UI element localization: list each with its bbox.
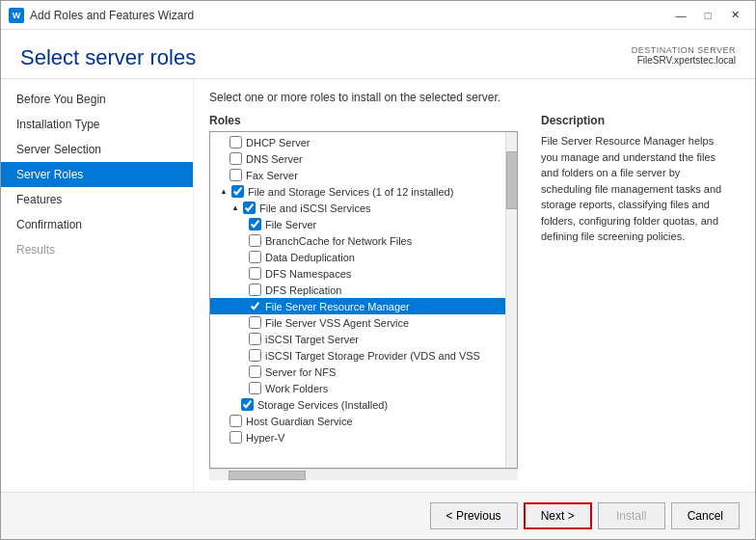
role-file-vss[interactable]: File Server VSS Agent Service xyxy=(210,314,517,331)
footer: < Previous Next > Install Cancel xyxy=(1,492,755,539)
close-button[interactable]: ✕ xyxy=(722,6,747,25)
role-dfs-replication-label: DFS Replication xyxy=(265,284,341,296)
main-content: Select one or more roles to install on t… xyxy=(194,79,755,492)
checkbox-branchcache[interactable] xyxy=(249,234,261,247)
role-work-folders[interactable]: Work Folders xyxy=(210,380,517,396)
role-file-storage[interactable]: ▲ File and Storage Services (1 of 12 ins… xyxy=(210,183,517,200)
roles-header: Roles xyxy=(209,114,518,127)
instruction-text: Select one or more roles to install on t… xyxy=(209,91,740,104)
role-work-folders-label: Work Folders xyxy=(265,383,328,394)
expand-file-storage-icon: ▲ xyxy=(218,186,230,198)
role-file-iscsi-label: File and iSCSI Services xyxy=(259,202,371,214)
sidebar-item-features[interactable]: Features xyxy=(1,187,193,212)
install-button[interactable]: Install xyxy=(598,502,665,529)
role-file-storage-label: File and Storage Services (1 of 12 insta… xyxy=(248,186,453,198)
roles-list-container[interactable]: DHCP Server DNS Server xyxy=(209,131,518,469)
role-hyper-v-label: Hyper-V xyxy=(246,432,284,444)
roles-panel: Roles DHCP Server xyxy=(209,114,740,480)
window-controls: — □ ✕ xyxy=(668,6,747,25)
role-dfs-namespaces[interactable]: DFS Namespaces xyxy=(210,265,517,282)
next-button[interactable]: Next > xyxy=(524,502,592,529)
description-panel: Description File Server Resource Manager… xyxy=(533,114,740,480)
role-file-server-label: File Server xyxy=(265,219,316,230)
role-branchcache[interactable]: BranchCache for Network Files xyxy=(210,232,517,249)
role-hyper-v[interactable]: Hyper-V xyxy=(210,429,517,446)
checkbox-dfs-replication[interactable] xyxy=(249,284,261,296)
content-area: Select server roles DESTINATION SERVER F… xyxy=(1,30,755,539)
role-iscsi-target-label: iSCSI Target Server xyxy=(265,334,359,345)
checkbox-iscsi-target[interactable] xyxy=(249,333,261,345)
sidebar-item-installation-type[interactable]: Installation Type xyxy=(1,112,193,137)
sidebar-item-server-selection[interactable]: Server Selection xyxy=(1,137,193,162)
app-icon: W xyxy=(9,8,24,23)
description-text: File Server Resource Manager helps you m… xyxy=(541,133,732,245)
roles-left: Roles DHCP Server xyxy=(209,114,518,480)
checkbox-iscsi-provider[interactable] xyxy=(249,349,261,362)
main-area: Before You Begin Installation Type Serve… xyxy=(1,79,755,492)
role-fax[interactable]: Fax Server xyxy=(210,167,517,183)
checkbox-storage-services[interactable] xyxy=(241,398,254,411)
main-window: W Add Roles and Features Wizard — □ ✕ Se… xyxy=(0,0,756,540)
role-dfs-replication[interactable]: DFS Replication xyxy=(210,282,517,298)
role-dhcp-label: DHCP Server xyxy=(246,137,310,148)
h-scrollbar-thumb[interactable] xyxy=(229,471,306,480)
checkbox-dhcp[interactable] xyxy=(230,136,242,148)
role-branchcache-label: BranchCache for Network Files xyxy=(265,235,412,247)
checkbox-fsrm[interactable] xyxy=(249,300,261,312)
checkbox-hyper-v[interactable] xyxy=(230,431,242,444)
sidebar-item-confirmation[interactable]: Confirmation xyxy=(1,212,193,237)
checkbox-file-server[interactable] xyxy=(249,218,261,230)
role-host-guardian[interactable]: Host Guardian Service xyxy=(210,413,517,429)
roles-list: DHCP Server DNS Server xyxy=(210,132,517,447)
horizontal-scrollbar[interactable] xyxy=(209,469,518,480)
role-nfs-label: Server for NFS xyxy=(265,366,336,378)
role-host-guardian-label: Host Guardian Service xyxy=(246,416,353,427)
checkbox-dns[interactable] xyxy=(230,152,242,165)
sidebar-item-before-you-begin[interactable]: Before You Begin xyxy=(1,87,193,112)
role-dns[interactable]: DNS Server xyxy=(210,150,517,167)
role-iscsi-provider-label: iSCSI Target Storage Provider (VDS and V… xyxy=(265,350,480,362)
sidebar: Before You Begin Installation Type Serve… xyxy=(1,79,194,492)
role-dns-label: DNS Server xyxy=(246,153,303,165)
cancel-button[interactable]: Cancel xyxy=(671,502,740,529)
role-fax-label: Fax Server xyxy=(246,170,298,181)
checkbox-file-storage[interactable] xyxy=(231,185,244,198)
role-storage-services[interactable]: Storage Services (Installed) xyxy=(210,396,517,413)
dest-label: DESTINATION SERVER xyxy=(632,45,736,55)
checkbox-dfs-namespaces[interactable] xyxy=(249,267,261,280)
checkbox-nfs[interactable] xyxy=(249,365,261,378)
role-file-vss-label: File Server VSS Agent Service xyxy=(265,317,409,329)
destination-server-info: DESTINATION SERVER FileSRV.xpertstec.loc… xyxy=(632,45,736,66)
checkbox-file-iscsi[interactable] xyxy=(243,202,256,214)
role-iscsi-provider[interactable]: iSCSI Target Storage Provider (VDS and V… xyxy=(210,347,517,364)
sidebar-item-results: Results xyxy=(1,237,193,262)
page-title: Select server roles xyxy=(20,45,196,70)
title-bar: W Add Roles and Features Wizard — □ ✕ xyxy=(1,1,755,30)
checkbox-data-dedup[interactable] xyxy=(249,251,261,263)
expand-file-iscsi-icon: ▲ xyxy=(230,202,241,214)
role-dhcp[interactable]: DHCP Server xyxy=(210,134,517,150)
minimize-button[interactable]: — xyxy=(668,6,693,25)
role-file-iscsi[interactable]: ▲ File and iSCSI Services xyxy=(210,200,517,216)
checkbox-host-guardian[interactable] xyxy=(230,415,242,427)
role-fsrm[interactable]: File Server Resource Manager xyxy=(210,298,517,314)
description-header: Description xyxy=(541,114,732,127)
role-data-dedup-label: Data Deduplication xyxy=(265,252,355,263)
sidebar-item-server-roles[interactable]: Server Roles xyxy=(1,162,193,187)
role-data-dedup[interactable]: Data Deduplication xyxy=(210,249,517,265)
window-title: Add Roles and Features Wizard xyxy=(30,9,668,22)
maximize-button[interactable]: □ xyxy=(695,6,720,25)
scrollbar-thumb[interactable] xyxy=(506,151,518,209)
role-iscsi-target[interactable]: iSCSI Target Server xyxy=(210,331,517,347)
checkbox-fax[interactable] xyxy=(230,169,242,181)
vertical-scrollbar[interactable] xyxy=(505,132,517,468)
checkbox-file-vss[interactable] xyxy=(249,316,261,329)
previous-button[interactable]: < Previous xyxy=(430,502,518,529)
page-header: Select server roles DESTINATION SERVER F… xyxy=(1,30,755,79)
dest-server-name: FileSRV.xpertstec.local xyxy=(632,55,736,66)
role-dfs-namespaces-label: DFS Namespaces xyxy=(265,268,351,280)
checkbox-work-folders[interactable] xyxy=(249,382,261,394)
role-fsrm-label: File Server Resource Manager xyxy=(265,301,410,312)
role-file-server[interactable]: File Server xyxy=(210,216,517,232)
role-nfs[interactable]: Server for NFS xyxy=(210,364,517,380)
